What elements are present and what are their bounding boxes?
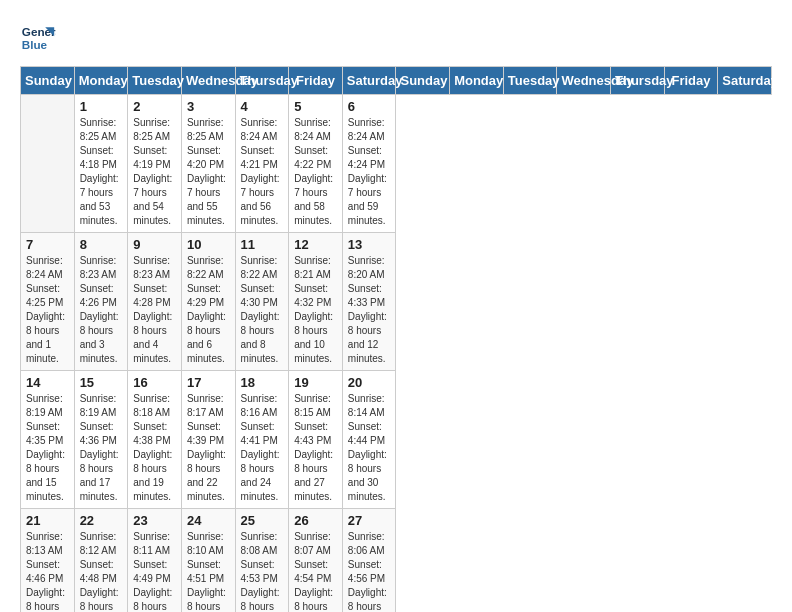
day-cell: 8 Sunrise: 8:23 AMSunset: 4:26 PMDayligh… xyxy=(74,233,128,371)
calendar-table: SundayMondayTuesdayWednesdayThursdayFrid… xyxy=(20,66,772,612)
header-cell-thursday: Thursday xyxy=(611,67,665,95)
day-cell: 13 Sunrise: 8:20 AMSunset: 4:33 PMDaylig… xyxy=(342,233,396,371)
day-info: Sunrise: 8:23 AMSunset: 4:28 PMDaylight:… xyxy=(133,254,176,366)
day-number: 17 xyxy=(187,375,230,390)
day-info: Sunrise: 8:13 AMSunset: 4:46 PMDaylight:… xyxy=(26,530,69,612)
day-number: 25 xyxy=(241,513,284,528)
day-cell: 6 Sunrise: 8:24 AMSunset: 4:24 PMDayligh… xyxy=(342,95,396,233)
day-info: Sunrise: 8:24 AMSunset: 4:25 PMDaylight:… xyxy=(26,254,69,366)
header-cell-tuesday: Tuesday xyxy=(128,67,182,95)
day-number: 14 xyxy=(26,375,69,390)
header-cell-sunday: Sunday xyxy=(21,67,75,95)
day-number: 20 xyxy=(348,375,391,390)
svg-text:Blue: Blue xyxy=(22,38,48,51)
day-number: 7 xyxy=(26,237,69,252)
day-cell: 18 Sunrise: 8:16 AMSunset: 4:41 PMDaylig… xyxy=(235,371,289,509)
day-info: Sunrise: 8:19 AMSunset: 4:35 PMDaylight:… xyxy=(26,392,69,504)
day-info: Sunrise: 8:12 AMSunset: 4:48 PMDaylight:… xyxy=(80,530,123,612)
day-cell: 23 Sunrise: 8:11 AMSunset: 4:49 PMDaylig… xyxy=(128,509,182,613)
day-cell: 19 Sunrise: 8:15 AMSunset: 4:43 PMDaylig… xyxy=(289,371,343,509)
day-number: 16 xyxy=(133,375,176,390)
day-number: 8 xyxy=(80,237,123,252)
day-info: Sunrise: 8:22 AMSunset: 4:29 PMDaylight:… xyxy=(187,254,230,366)
week-row-4: 21 Sunrise: 8:13 AMSunset: 4:46 PMDaylig… xyxy=(21,509,772,613)
day-info: Sunrise: 8:24 AMSunset: 4:24 PMDaylight:… xyxy=(348,116,391,228)
header-cell-saturday: Saturday xyxy=(718,67,772,95)
day-cell: 24 Sunrise: 8:10 AMSunset: 4:51 PMDaylig… xyxy=(181,509,235,613)
day-info: Sunrise: 8:25 AMSunset: 4:20 PMDaylight:… xyxy=(187,116,230,228)
day-cell: 15 Sunrise: 8:19 AMSunset: 4:36 PMDaylig… xyxy=(74,371,128,509)
day-info: Sunrise: 8:08 AMSunset: 4:53 PMDaylight:… xyxy=(241,530,284,612)
page-header: General Blue xyxy=(20,20,772,56)
day-info: Sunrise: 8:25 AMSunset: 4:19 PMDaylight:… xyxy=(133,116,176,228)
header-cell-friday: Friday xyxy=(664,67,718,95)
day-cell: 11 Sunrise: 8:22 AMSunset: 4:30 PMDaylig… xyxy=(235,233,289,371)
day-number: 12 xyxy=(294,237,337,252)
day-info: Sunrise: 8:18 AMSunset: 4:38 PMDaylight:… xyxy=(133,392,176,504)
day-number: 27 xyxy=(348,513,391,528)
header-cell-friday: Friday xyxy=(289,67,343,95)
day-info: Sunrise: 8:16 AMSunset: 4:41 PMDaylight:… xyxy=(241,392,284,504)
day-number: 24 xyxy=(187,513,230,528)
day-info: Sunrise: 8:17 AMSunset: 4:39 PMDaylight:… xyxy=(187,392,230,504)
day-cell: 17 Sunrise: 8:17 AMSunset: 4:39 PMDaylig… xyxy=(181,371,235,509)
day-number: 9 xyxy=(133,237,176,252)
header-cell-thursday: Thursday xyxy=(235,67,289,95)
day-info: Sunrise: 8:11 AMSunset: 4:49 PMDaylight:… xyxy=(133,530,176,612)
day-number: 19 xyxy=(294,375,337,390)
day-cell: 20 Sunrise: 8:14 AMSunset: 4:44 PMDaylig… xyxy=(342,371,396,509)
day-number: 13 xyxy=(348,237,391,252)
day-cell: 5 Sunrise: 8:24 AMSunset: 4:22 PMDayligh… xyxy=(289,95,343,233)
week-row-2: 7 Sunrise: 8:24 AMSunset: 4:25 PMDayligh… xyxy=(21,233,772,371)
week-row-1: 1 Sunrise: 8:25 AMSunset: 4:18 PMDayligh… xyxy=(21,95,772,233)
day-number: 23 xyxy=(133,513,176,528)
day-info: Sunrise: 8:22 AMSunset: 4:30 PMDaylight:… xyxy=(241,254,284,366)
day-info: Sunrise: 8:24 AMSunset: 4:21 PMDaylight:… xyxy=(241,116,284,228)
header-cell-wednesday: Wednesday xyxy=(181,67,235,95)
day-info: Sunrise: 8:19 AMSunset: 4:36 PMDaylight:… xyxy=(80,392,123,504)
day-number: 11 xyxy=(241,237,284,252)
header-cell-monday: Monday xyxy=(74,67,128,95)
day-info: Sunrise: 8:06 AMSunset: 4:56 PMDaylight:… xyxy=(348,530,391,612)
day-number: 15 xyxy=(80,375,123,390)
day-number: 2 xyxy=(133,99,176,114)
header-cell-monday: Monday xyxy=(450,67,504,95)
week-row-3: 14 Sunrise: 8:19 AMSunset: 4:35 PMDaylig… xyxy=(21,371,772,509)
day-cell: 12 Sunrise: 8:21 AMSunset: 4:32 PMDaylig… xyxy=(289,233,343,371)
logo: General Blue xyxy=(20,20,56,56)
day-number: 26 xyxy=(294,513,337,528)
day-cell: 9 Sunrise: 8:23 AMSunset: 4:28 PMDayligh… xyxy=(128,233,182,371)
day-cell: 27 Sunrise: 8:06 AMSunset: 4:56 PMDaylig… xyxy=(342,509,396,613)
logo-icon: General Blue xyxy=(20,20,56,56)
day-number: 1 xyxy=(80,99,123,114)
day-info: Sunrise: 8:14 AMSunset: 4:44 PMDaylight:… xyxy=(348,392,391,504)
day-cell: 25 Sunrise: 8:08 AMSunset: 4:53 PMDaylig… xyxy=(235,509,289,613)
header-cell-tuesday: Tuesday xyxy=(503,67,557,95)
day-info: Sunrise: 8:20 AMSunset: 4:33 PMDaylight:… xyxy=(348,254,391,366)
day-cell: 22 Sunrise: 8:12 AMSunset: 4:48 PMDaylig… xyxy=(74,509,128,613)
day-info: Sunrise: 8:24 AMSunset: 4:22 PMDaylight:… xyxy=(294,116,337,228)
day-cell: 2 Sunrise: 8:25 AMSunset: 4:19 PMDayligh… xyxy=(128,95,182,233)
header-row: SundayMondayTuesdayWednesdayThursdayFrid… xyxy=(21,67,772,95)
header-cell-wednesday: Wednesday xyxy=(557,67,611,95)
day-cell: 14 Sunrise: 8:19 AMSunset: 4:35 PMDaylig… xyxy=(21,371,75,509)
day-number: 5 xyxy=(294,99,337,114)
day-cell: 16 Sunrise: 8:18 AMSunset: 4:38 PMDaylig… xyxy=(128,371,182,509)
day-info: Sunrise: 8:07 AMSunset: 4:54 PMDaylight:… xyxy=(294,530,337,612)
day-cell: 4 Sunrise: 8:24 AMSunset: 4:21 PMDayligh… xyxy=(235,95,289,233)
day-info: Sunrise: 8:15 AMSunset: 4:43 PMDaylight:… xyxy=(294,392,337,504)
day-info: Sunrise: 8:23 AMSunset: 4:26 PMDaylight:… xyxy=(80,254,123,366)
day-number: 22 xyxy=(80,513,123,528)
day-cell: 26 Sunrise: 8:07 AMSunset: 4:54 PMDaylig… xyxy=(289,509,343,613)
day-number: 6 xyxy=(348,99,391,114)
day-cell: 10 Sunrise: 8:22 AMSunset: 4:29 PMDaylig… xyxy=(181,233,235,371)
day-cell: 3 Sunrise: 8:25 AMSunset: 4:20 PMDayligh… xyxy=(181,95,235,233)
header-cell-sunday: Sunday xyxy=(396,67,450,95)
day-cell: 21 Sunrise: 8:13 AMSunset: 4:46 PMDaylig… xyxy=(21,509,75,613)
day-cell: 1 Sunrise: 8:25 AMSunset: 4:18 PMDayligh… xyxy=(74,95,128,233)
day-info: Sunrise: 8:10 AMSunset: 4:51 PMDaylight:… xyxy=(187,530,230,612)
day-cell xyxy=(21,95,75,233)
day-number: 10 xyxy=(187,237,230,252)
header-cell-saturday: Saturday xyxy=(342,67,396,95)
day-info: Sunrise: 8:21 AMSunset: 4:32 PMDaylight:… xyxy=(294,254,337,366)
